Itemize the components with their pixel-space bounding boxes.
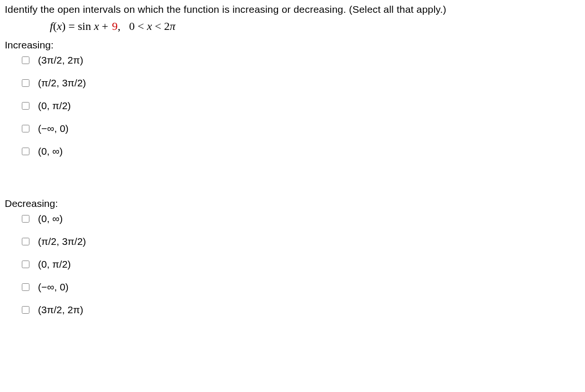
increasing-checkbox-0[interactable] (22, 56, 29, 64)
decreasing-option-label-1: (π/2, 3π/2) (36, 236, 86, 247)
increasing-option-label-1: (π/2, 3π/2) (36, 77, 86, 89)
increasing-option-3: (−∞, 0) (22, 123, 580, 134)
formula-eq: = (65, 20, 78, 32)
decreasing-checkbox-2[interactable] (22, 261, 29, 268)
decreasing-option-label-3: (−∞, 0) (36, 281, 69, 293)
decreasing-option-label-2: (0, π/2) (36, 259, 71, 270)
decreasing-option-label-0: (0, ∞) (36, 213, 63, 224)
domain-open: 0 < (121, 20, 147, 32)
formula-var: x (94, 20, 99, 32)
domain-var: x (147, 20, 152, 32)
formula-constant: 9 (111, 20, 118, 32)
increasing-option-label-4: (0, ∞) (36, 146, 63, 157)
increasing-checkbox-2[interactable] (22, 102, 29, 110)
decreasing-checkbox-4[interactable] (22, 306, 29, 314)
decreasing-option-1: (π/2, 3π/2) (22, 236, 580, 247)
increasing-checkbox-3[interactable] (22, 125, 29, 132)
decreasing-checkbox-0[interactable] (22, 215, 29, 223)
increasing-option-label-3: (−∞, 0) (36, 123, 69, 134)
domain-mid: < 2 (152, 20, 170, 32)
increasing-option-0: (3π/2, 2π) (22, 55, 580, 66)
decreasing-checkbox-1[interactable] (22, 238, 29, 245)
increasing-checkbox-4[interactable] (22, 148, 29, 155)
question-text: Identify the open intervals on which the… (5, 4, 580, 15)
formula-plus: + (99, 20, 111, 32)
increasing-option-4: (0, ∞) (22, 146, 580, 157)
formula-paren-open: ( (53, 20, 57, 32)
decreasing-option-0: (0, ∞) (22, 213, 580, 224)
increasing-option-label-2: (0, π/2) (36, 100, 71, 112)
formula-f: f (50, 20, 53, 32)
decreasing-checkbox-3[interactable] (22, 283, 29, 291)
increasing-checkbox-1[interactable] (22, 79, 29, 87)
increasing-option-label-0: (3π/2, 2π) (36, 55, 84, 66)
decreasing-option-label-4: (3π/2, 2π) (36, 304, 84, 316)
decreasing-option-2: (0, π/2) (22, 259, 580, 270)
decreasing-option-3: (−∞, 0) (22, 281, 580, 293)
function-formula: f(x) = sin x + 9,0 < x < 2π (5, 20, 580, 33)
formula-sin: sin (78, 20, 94, 32)
decreasing-option-4: (3π/2, 2π) (22, 304, 580, 316)
increasing-option-2: (0, π/2) (22, 100, 580, 112)
domain-pi: π (170, 20, 176, 32)
increasing-option-1: (π/2, 3π/2) (22, 77, 580, 89)
decreasing-label: Decreasing: (5, 198, 580, 209)
formula-var-lhs: x (57, 20, 62, 32)
decreasing-options: (0, ∞) (π/2, 3π/2) (0, π/2) (−∞, 0) (3π/… (5, 213, 580, 316)
increasing-options: (3π/2, 2π) (π/2, 3π/2) (0, π/2) (−∞, 0) … (5, 55, 580, 157)
increasing-label: Increasing: (5, 39, 580, 51)
